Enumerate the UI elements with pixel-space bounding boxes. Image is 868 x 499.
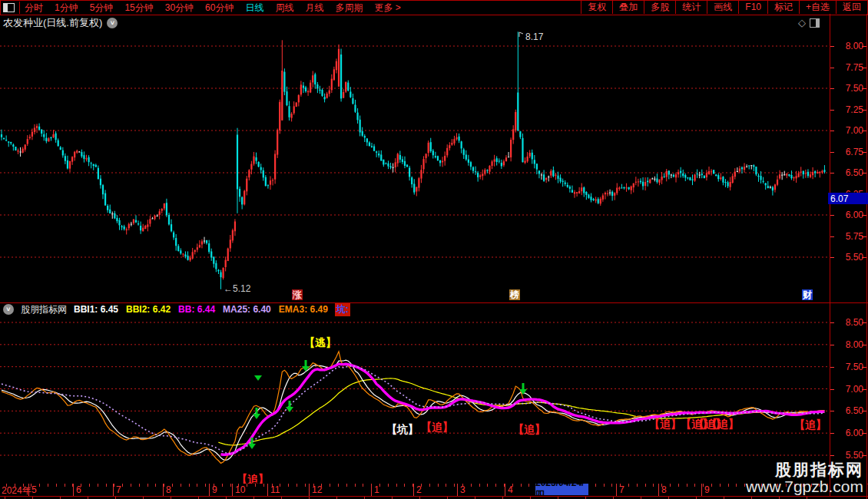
month-label[interactable]: 7 xyxy=(116,484,121,495)
month-tick[interactable] xyxy=(113,484,114,496)
minor-tick[interactable] xyxy=(388,484,389,487)
minor-tick[interactable] xyxy=(114,484,114,487)
month-label[interactable]: 3 xyxy=(460,484,465,495)
timeframe-60分钟[interactable]: 60分钟 xyxy=(205,2,234,15)
candlestick-chart[interactable]: 8.17←5.12 xyxy=(0,23,831,295)
main-axis-label[interactable]: 6.75 xyxy=(830,147,863,157)
axis-tick[interactable] xyxy=(830,46,834,47)
minor-tick[interactable] xyxy=(645,484,646,487)
minor-tick[interactable] xyxy=(694,484,695,487)
menu-多股[interactable]: 多股 xyxy=(644,0,675,14)
minor-tick[interactable] xyxy=(703,484,704,487)
axis-tick[interactable] xyxy=(830,411,834,411)
minor-tick[interactable] xyxy=(305,484,306,487)
minor-tick[interactable] xyxy=(711,484,712,487)
minor-tick[interactable] xyxy=(164,484,164,487)
minor-tick[interactable] xyxy=(65,484,65,487)
axis-tick[interactable] xyxy=(830,389,834,390)
minor-tick[interactable] xyxy=(15,484,15,487)
month-tick[interactable] xyxy=(658,484,659,496)
month-label[interactable]: 7 xyxy=(619,484,624,495)
lower-axis-label[interactable]: 8.00 xyxy=(830,339,863,350)
signal-label[interactable]: 【追】 xyxy=(421,421,453,435)
minor-tick[interactable] xyxy=(736,484,737,487)
month-label[interactable]: 9 xyxy=(212,484,217,495)
axis-tick[interactable] xyxy=(830,88,834,89)
minor-tick[interactable] xyxy=(205,484,206,487)
minor-tick[interactable] xyxy=(56,484,57,487)
minor-tick[interactable] xyxy=(338,484,339,487)
indicator-chart[interactable] xyxy=(0,313,831,484)
minor-tick[interactable] xyxy=(595,484,596,487)
month-label[interactable]: 12 xyxy=(312,484,322,495)
month-tick[interactable] xyxy=(413,484,414,496)
minor-tick[interactable] xyxy=(230,484,231,487)
minor-tick[interactable] xyxy=(346,484,347,487)
minor-tick[interactable] xyxy=(155,484,156,487)
minor-tick[interactable] xyxy=(330,484,330,487)
minor-tick[interactable] xyxy=(222,484,223,487)
minor-tick[interactable] xyxy=(363,484,363,487)
month-label[interactable]: 2 xyxy=(416,484,422,495)
strip-badge-财[interactable]: 财 xyxy=(802,289,813,300)
minor-tick[interactable] xyxy=(404,484,405,487)
minor-tick[interactable] xyxy=(744,484,745,487)
month-label[interactable]: 5 xyxy=(31,484,37,495)
main-axis-label[interactable]: 6.00 xyxy=(830,210,863,220)
main-axis-label[interactable]: 7.25 xyxy=(830,104,863,115)
minor-tick[interactable] xyxy=(487,484,488,487)
month-tick[interactable] xyxy=(267,484,268,496)
signal-label[interactable]: 【坑】 xyxy=(386,423,419,437)
main-axis-label[interactable]: 5.75 xyxy=(830,231,863,242)
minor-tick[interactable] xyxy=(181,484,181,487)
signal-label[interactable]: 【追】 xyxy=(649,418,681,431)
minor-tick[interactable] xyxy=(604,484,605,487)
minor-tick[interactable] xyxy=(23,484,24,487)
minor-tick[interactable] xyxy=(48,484,48,487)
minor-tick[interactable] xyxy=(197,484,197,487)
minor-tick[interactable] xyxy=(189,484,190,487)
minor-tick[interactable] xyxy=(6,484,7,487)
timeframe-周线[interactable]: 周线 xyxy=(275,2,293,15)
axis-tick[interactable] xyxy=(830,433,834,434)
month-tick[interactable] xyxy=(28,484,29,496)
minor-tick[interactable] xyxy=(628,484,629,487)
minor-tick[interactable] xyxy=(521,484,522,487)
month-tick[interactable] xyxy=(73,484,74,496)
minor-tick[interactable] xyxy=(98,484,98,487)
main-axis-label[interactable]: 7.00 xyxy=(830,125,863,136)
menu-F10[interactable]: F10 xyxy=(738,0,767,14)
layout-icon[interactable] xyxy=(3,3,15,12)
minor-tick[interactable] xyxy=(454,484,455,487)
month-tick[interactable] xyxy=(701,484,702,496)
minor-tick[interactable] xyxy=(122,484,123,487)
axis-tick[interactable] xyxy=(830,455,834,456)
timeframe-1分钟[interactable]: 1分钟 xyxy=(55,2,78,15)
minor-tick[interactable] xyxy=(446,484,446,487)
minor-tick[interactable] xyxy=(728,484,729,487)
month-label[interactable]: 9 xyxy=(704,484,710,495)
month-label[interactable]: 4 xyxy=(508,484,513,495)
strip-badge-涨[interactable]: 涨 xyxy=(292,289,303,300)
minor-tick[interactable] xyxy=(106,484,107,487)
month-label[interactable]: 8 xyxy=(166,484,171,495)
lower-axis-label[interactable]: 7.00 xyxy=(830,384,863,395)
minor-tick[interactable] xyxy=(255,484,256,487)
minor-tick[interactable] xyxy=(396,484,397,487)
minor-tick[interactable] xyxy=(528,484,529,487)
menu-复权[interactable]: 复权 xyxy=(581,0,612,14)
minor-tick[interactable] xyxy=(479,484,480,487)
minor-tick[interactable] xyxy=(39,484,40,487)
main-axis-label[interactable]: 7.50 xyxy=(830,83,863,94)
axis-tick[interactable] xyxy=(830,173,834,173)
axis-tick[interactable] xyxy=(830,367,834,368)
minor-tick[interactable] xyxy=(147,484,148,487)
month-tick[interactable] xyxy=(371,484,372,496)
minor-tick[interactable] xyxy=(678,484,679,487)
timeframe-更多 >[interactable]: 更多 > xyxy=(374,2,400,15)
main-axis-label[interactable]: 8.00 xyxy=(830,41,863,51)
menu-返回[interactable]: 返回 xyxy=(836,0,868,14)
main-axis-label[interactable]: 6.50 xyxy=(830,167,863,178)
minor-tick[interactable] xyxy=(247,484,247,487)
timeframe-日线[interactable]: 日线 xyxy=(245,2,263,15)
